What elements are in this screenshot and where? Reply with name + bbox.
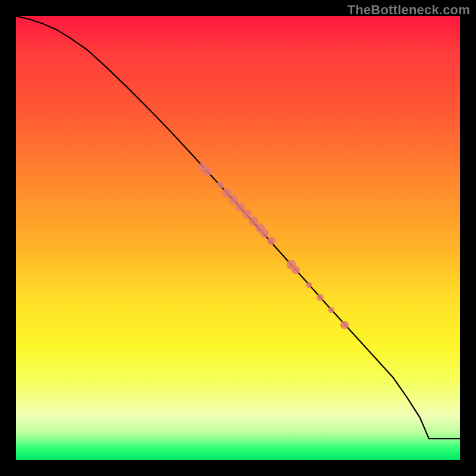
scatter-dot xyxy=(217,181,224,189)
watermark-text: TheBottleneck.com xyxy=(347,2,470,18)
scatter-dot xyxy=(287,260,296,270)
scatter-dots xyxy=(198,163,349,330)
scatter-dot xyxy=(328,307,334,313)
scatter-dot xyxy=(267,237,275,245)
plot-area xyxy=(16,16,460,460)
curve-path xyxy=(16,16,460,439)
scatter-dot xyxy=(261,230,269,238)
chart-stage: TheBottleneck.com xyxy=(0,0,476,476)
scatter-dot xyxy=(249,217,258,226)
scatter-dot xyxy=(292,266,300,274)
scatter-dot xyxy=(236,202,245,212)
scatter-dot xyxy=(229,195,239,205)
scatter-dot xyxy=(222,188,231,198)
scatter-dot xyxy=(317,294,324,301)
scatter-dot xyxy=(198,163,206,171)
scatter-dot xyxy=(340,321,349,329)
scatter-dot xyxy=(255,224,265,233)
scatter-dot xyxy=(306,282,312,288)
chart-svg xyxy=(16,16,460,460)
scatter-dot xyxy=(242,209,252,219)
scatter-dot xyxy=(202,167,212,176)
